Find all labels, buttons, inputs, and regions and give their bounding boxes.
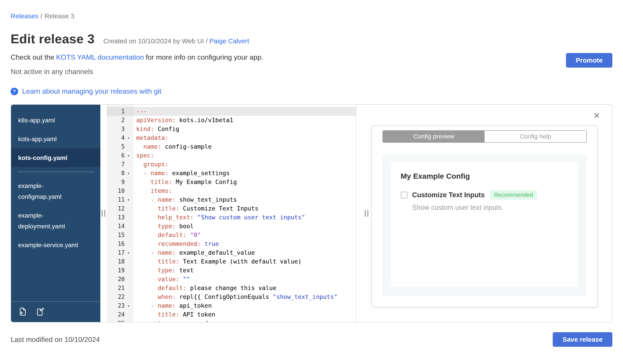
line-number: 9 (107, 179, 127, 185)
code-line-17[interactable]: - name: example_default_value (134, 248, 356, 257)
line-number: 18 (107, 258, 127, 265)
gutter-line-5: 5 (107, 142, 134, 151)
gutter-line-7: 7 (107, 160, 134, 169)
git-help-row: ? Learn about managing your releases wit… (11, 87, 612, 95)
code-line-23[interactable]: - name: api_token (134, 301, 356, 310)
sidebar-file-example-deployment.yaml[interactable]: example-deployment.yaml (11, 206, 100, 236)
add-file-icon[interactable] (35, 307, 45, 316)
file-name-label: example-service.yaml (18, 240, 87, 250)
line-number: 16 (107, 241, 127, 247)
line-number: 6 (107, 152, 127, 159)
breadcrumb-releases-link[interactable]: Releases (11, 12, 38, 20)
gutter-line-23: 23▾ (107, 301, 134, 310)
line-number: 13 (107, 214, 127, 221)
drag-handle-icon[interactable] (365, 210, 368, 217)
gutter-line-12: 12 (107, 204, 134, 213)
line-number: 11 (107, 196, 127, 203)
created-text: Created on 10/10/2024 by Web UI / (104, 37, 208, 45)
fold-arrow-icon[interactable]: ▾ (127, 136, 134, 140)
fold-arrow-icon[interactable]: ▾ (127, 171, 134, 176)
code-line-5[interactable]: name: config-sample (134, 142, 356, 151)
gutter-line-24: 24 (107, 310, 134, 319)
code-line-9[interactable]: title: My Example Config (134, 178, 356, 186)
fold-arrow-icon[interactable]: ▾ (127, 250, 134, 255)
code-line-15[interactable]: default: "0" (134, 231, 356, 240)
code-line-12[interactable]: title: Customize Text Inputs (134, 204, 356, 213)
footer-row: Last modified on 10/10/2024 Save release (11, 332, 612, 347)
last-modified-text: Last modified on 10/10/2024 (11, 336, 100, 344)
gutter-line-11: 11▾ (107, 195, 134, 204)
config-preview-box: Config preview Config help My Example Co… (371, 125, 598, 307)
breadcrumb: Releases/Release 3 (11, 0, 612, 20)
code-line-14[interactable]: type: bool (134, 222, 356, 231)
code-line-8[interactable]: - name: example_settings (134, 169, 356, 178)
sidebar-file-k8s-app.yaml[interactable]: k8s-app.yaml (11, 111, 100, 130)
code-line-22[interactable]: when: repl{{ ConfigOptionEquals "show_te… (134, 292, 356, 301)
sidebar-resize-column (100, 105, 107, 322)
drag-handle-icon[interactable] (102, 210, 105, 217)
recommended-badge: Recommended (490, 190, 537, 200)
line-number: 2 (107, 117, 127, 123)
code-line-18[interactable]: title: Text Example (with default value) (134, 257, 356, 266)
code-line-10[interactable]: items: (134, 186, 356, 195)
save-release-button[interactable]: Save release (553, 332, 612, 347)
editor-code-area[interactable]: ---apiVersion: kots.io/v1beta1kind: Conf… (134, 105, 356, 322)
fold-arrow-icon[interactable]: ▾ (127, 303, 134, 308)
line-number: 1 (107, 108, 127, 115)
code-line-4[interactable]: metadata: (134, 133, 356, 142)
code-line-7[interactable]: groups: (134, 160, 356, 169)
fold-arrow-icon[interactable]: ▾ (127, 153, 134, 158)
file-name-label: kots-config.yaml (18, 152, 87, 163)
author-link[interactable]: Paige Calvert (209, 37, 249, 45)
config-item-label: Customize Text Inputs (412, 191, 485, 199)
code-line-2[interactable]: apiVersion: kots.io/v1beta1 (134, 116, 356, 124)
page-title: Edit release 3 (11, 31, 95, 46)
code-line-16[interactable]: recommended: true (134, 240, 356, 248)
help-icon: ? (11, 88, 18, 95)
gutter-line-15: 15 (107, 231, 134, 240)
doc-text-suffix: for more info on configuring your app. (146, 53, 263, 61)
git-releases-link[interactable]: Learn about managing your releases with … (22, 87, 161, 95)
tab-config-preview[interactable]: Config preview (383, 131, 485, 142)
code-line-3[interactable]: kind: Config (134, 124, 356, 133)
code-line-1[interactable]: --- (134, 107, 356, 116)
line-number: 4 (107, 135, 127, 141)
channel-status: Not active in any channels (11, 68, 612, 76)
close-icon[interactable]: ✕ (593, 112, 600, 120)
promote-button[interactable]: Promote (566, 53, 612, 68)
code-line-6[interactable]: spec: (134, 151, 356, 160)
sidebar-divider (17, 172, 94, 172)
file-sidebar: k8s-app.yamlkots-app.yamlkots-config.yam… (11, 105, 100, 322)
code-line-21[interactable]: default: please change this value (134, 283, 356, 292)
yaml-editor[interactable]: 1234▾56▾78▾91011▾121314151617▾1819202122… (107, 105, 356, 322)
sidebar-file-kots-app.yaml[interactable]: kots-app.yaml (11, 130, 100, 148)
sidebar-file-example-service.yaml[interactable]: example-service.yaml (11, 236, 100, 254)
gutter-line-2: 2 (107, 116, 134, 124)
gutter-line-20: 20 (107, 275, 134, 283)
code-line-11[interactable]: - name: show_text_inputs (134, 195, 356, 204)
line-number: 5 (107, 143, 127, 150)
config-preview-pane: ✕ Config preview Config help My Example … (356, 105, 612, 322)
line-number: 20 (107, 276, 127, 283)
line-number: 10 (107, 187, 127, 194)
file-name-label: kots-app.yaml (18, 134, 87, 144)
line-number: 3 (107, 126, 127, 132)
breadcrumb-separator: / (41, 12, 42, 20)
kots-yaml-doc-link[interactable]: KOTS YAML documentation (56, 53, 144, 61)
fold-arrow-icon[interactable]: ▾ (127, 198, 134, 202)
gutter-line-6: 6▾ (107, 151, 134, 160)
customize-text-inputs-checkbox[interactable] (400, 191, 408, 199)
file-list-bottom: example-configmap.yamlexample-deployment… (11, 177, 100, 254)
code-line-25[interactable]: type: password (134, 319, 356, 322)
line-number: 24 (107, 311, 127, 318)
code-line-19[interactable]: type: text (134, 266, 356, 275)
code-line-24[interactable]: title: API token (134, 310, 356, 319)
code-line-20[interactable]: value: "" (134, 275, 356, 283)
gutter-line-1: 1 (107, 107, 134, 116)
upload-file-icon[interactable] (18, 307, 27, 316)
tab-config-help[interactable]: Config help (485, 131, 586, 142)
sidebar-file-kots-config.yaml[interactable]: kots-config.yaml (11, 148, 100, 167)
code-line-13[interactable]: help_text: "Show custom user text inputs… (134, 213, 356, 222)
gutter-line-18: 18 (107, 257, 134, 266)
sidebar-file-example-configmap.yaml[interactable]: example-configmap.yaml (11, 177, 100, 206)
